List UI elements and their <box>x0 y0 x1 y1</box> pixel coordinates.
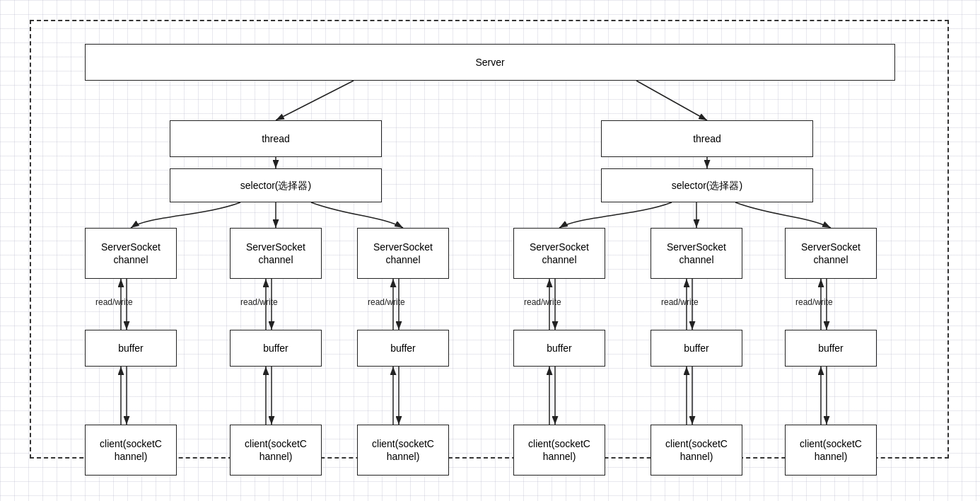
box-ssc2b: ServerSocket channel <box>651 228 742 279</box>
box-ssc1c: ServerSocket channel <box>357 228 449 279</box>
box-buf2a: buffer <box>513 330 605 367</box>
box-cli1b: client(socketC hannel) <box>230 425 322 476</box>
box-buf2b: buffer <box>651 330 742 367</box>
rw-label-rw1a: read/write <box>95 297 133 307</box>
box-selector1: selector(选择器) <box>170 168 382 202</box>
box-ssc2c: ServerSocket channel <box>785 228 877 279</box>
box-thread2: thread <box>601 120 813 157</box>
box-cli2c: client(socketC hannel) <box>785 425 877 476</box>
box-buf1b: buffer <box>230 330 322 367</box>
box-thread1: thread <box>170 120 382 157</box>
box-cli2b: client(socketC hannel) <box>651 425 742 476</box>
rw-label-rw1b: read/write <box>240 297 278 307</box>
rw-label-rw2a: read/write <box>524 297 561 307</box>
rw-label-rw1c: read/write <box>368 297 405 307</box>
box-selector2: selector(选择器) <box>601 168 813 202</box>
rw-label-rw2b: read/write <box>661 297 699 307</box>
box-cli1a: client(socketC hannel) <box>85 425 177 476</box>
box-cli1c: client(socketC hannel) <box>357 425 449 476</box>
box-cli2a: client(socketC hannel) <box>513 425 605 476</box>
diagram-container: Serverthreadthreadselector(选择器)selector(… <box>0 0 980 501</box>
box-server: Server <box>85 44 895 81</box>
rw-label-rw2c: read/write <box>795 297 833 307</box>
box-buf1c: buffer <box>357 330 449 367</box>
box-buf2c: buffer <box>785 330 877 367</box>
box-ssc1b: ServerSocket channel <box>230 228 322 279</box>
box-ssc2a: ServerSocket channel <box>513 228 605 279</box>
box-buf1a: buffer <box>85 330 177 367</box>
box-ssc1a: ServerSocket channel <box>85 228 177 279</box>
